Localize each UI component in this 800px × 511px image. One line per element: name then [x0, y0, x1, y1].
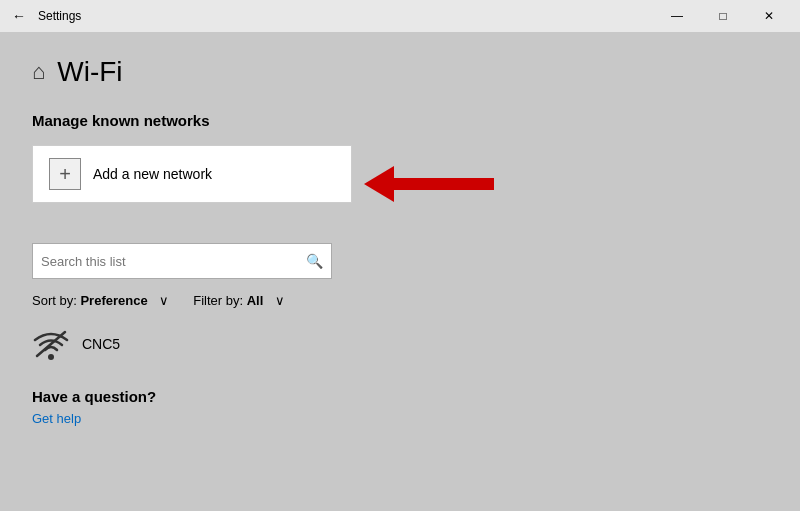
- sort-filter-row: Sort by: Preference ∨ Filter by: All ∨: [32, 293, 768, 308]
- svg-point-2: [48, 354, 54, 360]
- home-icon: ⌂: [32, 59, 45, 85]
- search-container: 🔍: [32, 243, 332, 279]
- highlight-arrow: [364, 164, 494, 204]
- sort-label: Sort by: Preference ∨: [32, 293, 169, 308]
- question-title: Have a question?: [32, 388, 768, 405]
- network-name: CNC5: [82, 336, 120, 352]
- filter-dropdown[interactable]: All ∨: [247, 293, 285, 308]
- svg-marker-0: [364, 166, 394, 202]
- network-item[interactable]: CNC5: [32, 328, 768, 360]
- window-controls: — □ ✕: [654, 0, 792, 32]
- maximize-button[interactable]: □: [700, 0, 746, 32]
- search-input[interactable]: [41, 254, 306, 269]
- svg-rect-1: [394, 178, 494, 190]
- question-section: Have a question? Get help: [32, 388, 768, 427]
- settings-window: ← Settings — □ ✕ ⌂ Wi-Fi Manage known ne…: [0, 0, 800, 511]
- title-bar: ← Settings — □ ✕: [0, 0, 800, 32]
- main-content: ⌂ Wi-Fi Manage known networks + Add a ne…: [0, 32, 800, 511]
- close-button[interactable]: ✕: [746, 0, 792, 32]
- search-button[interactable]: 🔍: [306, 253, 323, 269]
- add-icon: +: [49, 158, 81, 190]
- add-network-label: Add a new network: [93, 166, 212, 182]
- back-button[interactable]: ←: [8, 6, 30, 26]
- add-network-button[interactable]: + Add a new network: [32, 145, 352, 203]
- wifi-icon: [32, 328, 70, 360]
- add-network-wrapper: + Add a new network: [32, 145, 768, 223]
- section-title: Manage known networks: [32, 112, 768, 129]
- get-help-link[interactable]: Get help: [32, 411, 81, 426]
- page-header: ⌂ Wi-Fi: [32, 56, 768, 88]
- minimize-button[interactable]: —: [654, 0, 700, 32]
- window-title: Settings: [38, 9, 81, 23]
- sort-dropdown[interactable]: Preference ∨: [80, 293, 169, 308]
- network-list: CNC5: [32, 328, 768, 380]
- title-bar-left: ← Settings: [8, 6, 81, 26]
- filter-label: Filter by: All ∨: [193, 293, 285, 308]
- page-title: Wi-Fi: [57, 56, 122, 88]
